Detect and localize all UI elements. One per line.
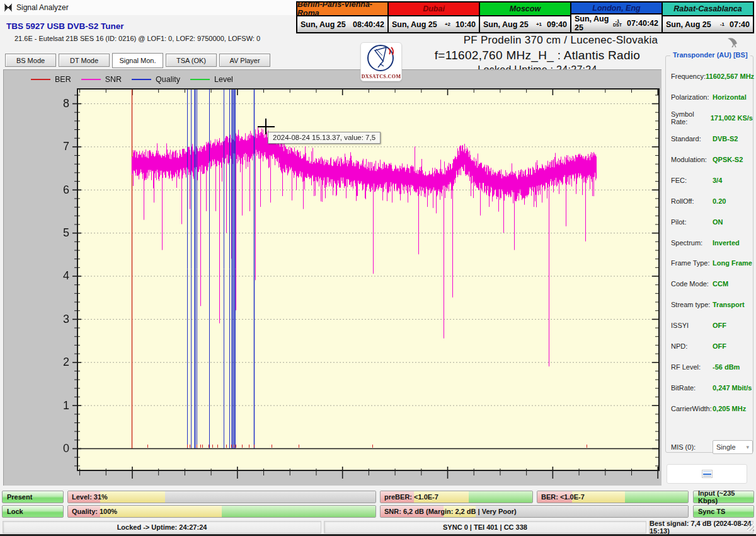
tab-tsa-ok-[interactable]: TSA (OK) — [166, 54, 217, 67]
clock-time-row: Sun, Aug 25+109:40 — [480, 16, 570, 32]
legend-item-level: Level — [190, 75, 233, 84]
tab-signal-mon-[interactable]: Signal Mon. — [112, 53, 163, 68]
transponder-label: NPD: — [666, 342, 713, 350]
tab-dt-mode[interactable]: DT Mode — [59, 54, 110, 67]
transponder-label: RF Level: — [666, 363, 713, 371]
signal-analyzer-window: Signal Analyzer Berlin-Paris-Vienna-Roma… — [0, 0, 756, 536]
tab-bs-mode[interactable]: BS Mode — [5, 54, 56, 67]
transponder-row: BitRate:0,247 Mbit/s — [666, 377, 753, 398]
transponder-row: NPD:OFF — [666, 336, 753, 357]
clock-city: Dubai — [389, 3, 479, 16]
transponder-value: 0,205 MHz — [713, 405, 746, 412]
transponder-row: Spectrum:Inverted — [666, 232, 753, 253]
legend-item-ber: BER — [31, 75, 71, 84]
legend-label: Quality — [156, 75, 180, 84]
transponder-label: Symbol Rate: — [666, 110, 711, 125]
snr-meter: SNR: 6,2 dB (Margin: 2,2 dB | Very Poor) — [380, 505, 689, 518]
transponder-row: Polarization:Horizontal — [666, 87, 753, 108]
transponder-row: Stream type:Transport — [666, 294, 753, 315]
preber-meter-label: preBER: <1.0E-7 — [384, 491, 438, 503]
tab-av-player[interactable]: AV Player — [219, 54, 270, 67]
clock-utc-offset: -1DST — [613, 20, 622, 27]
clock-city: Rabat-Casablanca — [663, 3, 753, 16]
chevron-down-icon: ▾ — [746, 444, 749, 450]
clock-date: Sun, Aug 25 — [392, 20, 445, 29]
clock-moscow: MoscowSun, Aug 25+109:40 — [479, 1, 571, 33]
transponder-value: 0,247 Mbit/s — [713, 384, 752, 392]
chart-tooltip: 2024-08-24 15.13.37, value: 7,5 — [268, 132, 381, 144]
clock-berlin-paris-vienna-roma: Berlin-Paris-Vienna-RomaSun, Aug 2508:40… — [296, 1, 389, 33]
resize-grip-icon[interactable] — [747, 524, 754, 531]
transponder-panel: Transponder (AU) [BS] Frequency:11602,56… — [662, 49, 756, 486]
stream-stripes-icon — [702, 470, 713, 478]
ber-zone-green — [625, 491, 688, 503]
transponder-row: ISSYIOFF — [666, 315, 753, 336]
clock-dubai: DubaiSun, Aug 25+210:40 — [387, 1, 480, 33]
device-title: TBS 5927 USB DVB-S2 Tuner — [6, 21, 124, 31]
snr-meter-label: SNR: 6,2 dB (Margin: 2,2 dB | Very Poor) — [384, 506, 517, 517]
device-subtitle: 21.6E - Eutelsat 21B SES 16 (ID: 0216) @… — [14, 35, 260, 42]
signal-monitor-panel: BERSNRQualityLevel 2024-08-24 15.13.37, … — [3, 69, 662, 486]
quality-zone-yellow — [100, 506, 222, 517]
logo-text: DXSATCS.COM — [361, 74, 401, 79]
quality-meter: Quality: 100% — [67, 505, 376, 518]
transponder-label: Modulation: — [666, 156, 713, 163]
level-zone-yellow — [100, 491, 164, 503]
legend-item-quality: Quality — [132, 75, 180, 84]
mis-value: Single — [716, 443, 736, 451]
statusbar-cell-0: Locked -> Uptime: 24:27:24 — [3, 521, 321, 533]
transponder-row: CarrierWidth:0,205 MHz — [666, 398, 753, 419]
level-zone-silver — [165, 491, 375, 503]
clock-utc-offset: -1 — [720, 23, 724, 26]
legend-label: Level — [214, 75, 233, 84]
ber-meter: BER: <1.0E-7 — [537, 491, 689, 503]
transponder-row: Code Mode:CCM — [666, 274, 753, 294]
frequency-line: f=11602,760 MHz_H_ : Atlantis Radio — [411, 49, 663, 62]
transponder-value: CCM — [713, 280, 728, 288]
clock-time-row: Sun, Aug 2508:40:42 — [297, 16, 387, 32]
transponder-label: CarrierWidth: — [666, 405, 713, 412]
transponder-label: ISSYI — [666, 322, 713, 329]
clock-time: 10:40 — [455, 20, 476, 29]
clock-time: 08:40:42 — [353, 20, 384, 29]
world-clocks: Berlin-Paris-Vienna-RomaSun, Aug 2508:40… — [296, 1, 754, 33]
transponder-value: Inverted — [713, 239, 740, 247]
clock-date: Sun, Aug 25 — [483, 20, 536, 29]
lock-badge: Lock — [2, 505, 64, 518]
transponder-value: QPSK-S2 — [713, 156, 743, 163]
clock-time-row: Sun, Aug 25-1DST07:40:42 — [571, 15, 662, 32]
clock-date: Sun, Aug 25 — [301, 20, 353, 29]
transponder-title: Transponder (AU) [BS] — [670, 51, 750, 59]
transponder-row: RF Level:-56 dBm — [666, 356, 753, 377]
dxsatcs-logo: DXSATCS.COM — [360, 42, 402, 81]
window-title: Signal Analyzer — [16, 3, 69, 12]
legend-label: BER — [55, 75, 71, 84]
level-meter-label: Level: 31% — [72, 491, 108, 503]
transponder-rows: Frequency:11602,567 MHzPolarization:Hori… — [666, 66, 753, 419]
statusbar-cell-2: Best signal: 7,4 dB (2024-08-24 15:13) — [649, 521, 753, 533]
site-line: PF Prodelin 370 cm / Lucenec-Slovakia — [435, 34, 687, 47]
legend-label: SNR — [105, 75, 122, 84]
clock-time: 09:40 — [547, 20, 567, 29]
clock-time: 07:40:42 — [627, 19, 658, 28]
input-badge: Input (~235 Kbps) — [693, 491, 754, 503]
preber-zone-green — [469, 491, 532, 503]
transponder-value: Transport — [713, 301, 745, 308]
mis-label: MIS (0): — [666, 443, 713, 451]
stream-button[interactable] — [667, 464, 747, 484]
clock-city: Berlin-Paris-Vienna-Roma — [297, 3, 387, 16]
transponder-value: ON — [713, 218, 723, 226]
transponder-value: 3/4 — [713, 177, 722, 184]
clock-time-row: Sun, Aug 25+210:40 — [389, 16, 479, 32]
transponder-value: DVB-S2 — [713, 135, 738, 143]
mis-dropdown[interactable]: Single ▾ — [713, 440, 753, 454]
transponder-value: Long Frame — [713, 259, 752, 267]
transponder-value: OFF — [713, 322, 726, 329]
transponder-value: 0.20 — [713, 197, 726, 205]
legend-swatch — [81, 79, 101, 80]
transponder-label: Stream type: — [666, 301, 713, 308]
transponder-groupbox: Transponder (AU) [BS] Frequency:11602,56… — [665, 55, 753, 453]
transponder-row: Pilot:ON — [666, 211, 753, 232]
transponder-label: FEC: — [666, 177, 713, 184]
transponder-row: RollOff:0.20 — [666, 190, 753, 211]
